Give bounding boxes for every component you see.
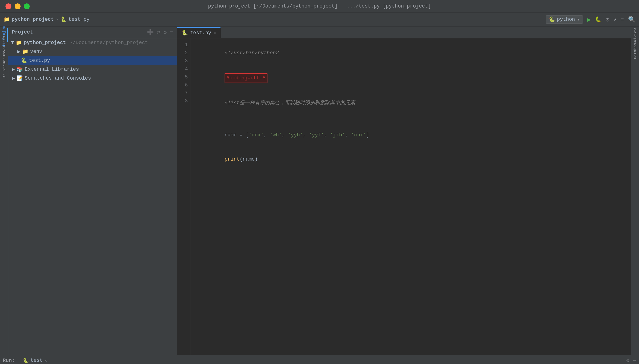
- app-body: 1: Project 2: Favorites 3: Structure Pro…: [0, 26, 639, 355]
- expand-icon: ▼: [11, 40, 14, 46]
- run-config-icon: 🐍: [549, 16, 555, 22]
- tab-label: test.py: [190, 30, 211, 36]
- profile-button[interactable]: ⚡: [613, 16, 616, 23]
- panel-header-icons: ➕ ⇄ ⚙ −: [147, 29, 173, 36]
- scratches-icon: 📝: [17, 75, 23, 82]
- tree-item-external-libs[interactable]: ▶ 📚 External Libraries: [8, 65, 177, 74]
- tab-testpy[interactable]: 🐍 test.py ✕: [177, 27, 221, 38]
- ext-expand-icon: ▶: [12, 66, 15, 72]
- bottom-tabs: Run: 🐍 test ✕ ⚙ −: [0, 355, 639, 364]
- coverage-button[interactable]: ◷: [606, 16, 609, 23]
- left-sidebar-icons: 1: Project 2: Favorites 3: Structure: [0, 26, 8, 355]
- project-panel-header: Project ➕ ⇄ ⚙ −: [8, 26, 177, 38]
- editor-area: 🐍 test.py ✕ 1 2 3 4 5 6 7 8 #!/usr/bin/p…: [177, 26, 631, 355]
- code-line-6: print(name): [194, 147, 627, 171]
- run-config-name: python: [557, 17, 575, 22]
- minimize-panel-icon[interactable]: −: [170, 29, 173, 36]
- settings-icon[interactable]: ⚙: [163, 29, 167, 36]
- code-line-1: #!/usr/bin/python2: [194, 41, 627, 65]
- search-button[interactable]: 🔍: [628, 16, 635, 23]
- tab-py-icon: 🐍: [182, 30, 188, 36]
- run-label: Run:: [3, 358, 15, 364]
- code-line-2: #coding=utf-8: [194, 65, 627, 91]
- ext-libs-icon: 📚: [17, 66, 23, 72]
- code-area[interactable]: #!/usr/bin/python2 #coding=utf-8 #list是一…: [191, 38, 631, 355]
- project-path: ~/Documents/python_project: [70, 40, 148, 46]
- bottom-panel: Run: 🐍 test ✕ ⚙ − ▶ ■ ⏸ ⬇ ↩ 📌 🖨 🗑 /Users…: [0, 355, 639, 364]
- file-name: test.py: [69, 17, 90, 22]
- toolbar-right: 🐍 python ▾ ▶ 🐛 ◷ ⚡ ≡ 🔍: [546, 15, 635, 24]
- window-title: python_project [~/Documents/python_proje…: [208, 4, 431, 9]
- code-line-4: [194, 115, 627, 123]
- title-bar: python_project [~/Documents/python_proje…: [0, 0, 639, 13]
- run-tab-icon: 🐍: [23, 358, 29, 363]
- right-sidebar: AiView Database: [631, 26, 639, 355]
- window-controls[interactable]: [6, 4, 30, 9]
- run-tab-name: test: [31, 358, 43, 363]
- project-panel: Project ➕ ⇄ ⚙ − ▼ 📁 python_project ~/Doc…: [8, 26, 177, 355]
- line-numbers: 1 2 3 4 5 6 7 8: [177, 38, 191, 355]
- add-icon[interactable]: ➕: [147, 29, 154, 36]
- sync-icon[interactable]: ⇄: [157, 29, 160, 36]
- code-line-5: name = ['dcx', 'wb', 'yyh', 'yyf', 'jzh'…: [194, 123, 627, 147]
- run-settings-icon[interactable]: ⚙: [626, 358, 629, 364]
- scratches-expand-icon: ▶: [12, 75, 15, 82]
- ext-libs-label: External Libraries: [25, 66, 79, 72]
- run-button[interactable]: ▶: [587, 16, 591, 24]
- file-py-icon: 🐍: [21, 58, 27, 64]
- sidebar-item-structure[interactable]: 3: Structure: [1, 58, 8, 71]
- close-button[interactable]: [6, 4, 12, 9]
- maximize-button[interactable]: [24, 4, 30, 9]
- run-tab-test[interactable]: 🐍 test ✕: [20, 356, 51, 364]
- testpy-label: test.py: [29, 58, 50, 64]
- sidebar-aiview[interactable]: AiView: [631, 28, 639, 42]
- collapse-icon: ▶: [17, 48, 20, 55]
- folder-icon: 📁: [4, 16, 10, 22]
- breadcrumb-separator: ›: [56, 17, 59, 22]
- project-panel-title: Project: [12, 30, 33, 35]
- editor-content: 1 2 3 4 5 6 7 8 #!/usr/bin/python2 #codi…: [177, 38, 631, 355]
- sidebar-database[interactable]: Database: [631, 43, 639, 56]
- tab-close-icon[interactable]: ✕: [213, 30, 216, 35]
- debug-button[interactable]: 🐛: [595, 16, 602, 23]
- tree-item-python-project[interactable]: ▼ 📁 python_project ~/Documents/python_pr…: [8, 38, 177, 47]
- run-minimize-icon[interactable]: −: [633, 358, 636, 364]
- file-icon: 🐍: [61, 16, 67, 22]
- scratches-label: Scratches and Consoles: [25, 76, 91, 81]
- code-line-3: #list是一种有序的集合，可以随时添加和删除其中的元素: [194, 91, 627, 115]
- more-button[interactable]: ≡: [621, 16, 624, 22]
- venv-folder-icon: 📁: [22, 48, 28, 55]
- venv-label: venv: [30, 49, 42, 54]
- main-toolbar: 📁 python_project › 🐍 test.py 🐍 python ▾ …: [0, 13, 639, 26]
- dropdown-icon: ▾: [577, 16, 580, 22]
- tree-item-venv[interactable]: ▶ 📁 venv: [8, 47, 177, 56]
- tree-item-scratches[interactable]: ▶ 📝 Scratches and Consoles: [8, 74, 177, 83]
- run-tab-close[interactable]: ✕: [45, 358, 47, 363]
- project-label: python_project: [24, 40, 66, 46]
- code-line-7: [194, 171, 627, 179]
- code-line-8: [194, 179, 627, 187]
- run-config[interactable]: 🐍 python ▾: [546, 15, 583, 24]
- highlighted-coding-line: #coding=utf-8: [225, 73, 267, 83]
- project-name: python_project: [12, 17, 54, 22]
- minimize-button[interactable]: [15, 4, 21, 9]
- breadcrumb: 📁 python_project › 🐍 test.py: [4, 16, 90, 22]
- editor-tabs: 🐍 test.py ✕: [177, 26, 631, 38]
- tree-item-testpy[interactable]: 🐍 test.py: [8, 56, 177, 65]
- project-folder-icon: 📁: [16, 40, 22, 46]
